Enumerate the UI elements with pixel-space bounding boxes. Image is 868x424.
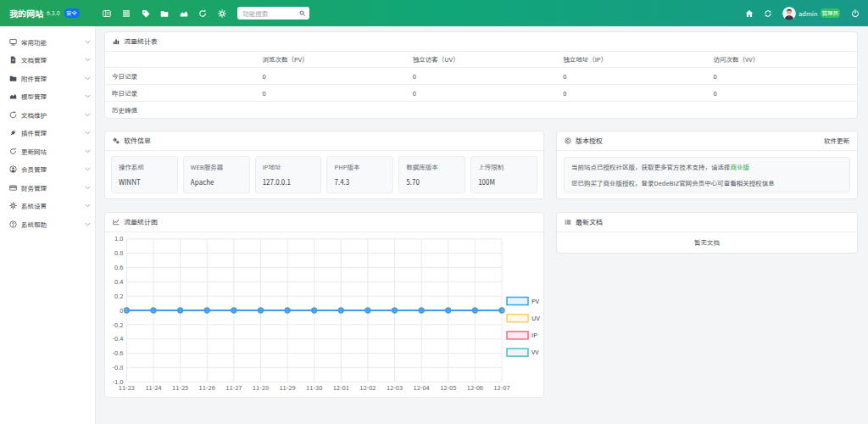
sidebar-item-0[interactable]: 常用功能 [0,33,95,52]
traffic-chart-title: 流量统计图 [124,217,158,227]
software-info-header: 软件信息 [105,131,543,151]
table-cell [707,102,857,119]
gear-icon [9,202,17,209]
chevron-down-icon [85,75,91,81]
table-cell [556,102,706,119]
sidebar-item-label: 系统帮助 [21,221,85,228]
power-icon[interactable] [851,9,860,18]
software-info-box: IP地址127.0.0.1 [255,156,322,193]
area-chart-icon [9,92,17,100]
monitor-icon [9,38,17,46]
home-icon[interactable] [745,9,754,18]
brand-version: 6.3.0 [47,10,60,16]
top-navbar: 我的网站 6.3.0 安全 admin 管理员 [0,0,868,26]
sidebar-item-7[interactable]: 会员管理 [0,160,95,179]
table-row: 历史峰值 [105,102,857,119]
power-icon [851,9,860,18]
sidebar-item-label: 文档管理 [21,57,85,64]
navbar-shortcut-icons [97,9,231,18]
brand[interactable]: 我的网站 6.3.0 安全 [9,8,80,18]
latest-docs-card: 最新文档 暂无文档 [556,212,858,254]
magnifier-icon[interactable] [299,10,305,16]
justify-icon[interactable] [122,9,131,18]
sidebar-item-10[interactable]: 系统帮助 [0,215,95,234]
refresh-icon [198,9,207,18]
svg-text:0.8: 0.8 [114,248,123,257]
software-info-value: 127.0.0.1 [263,178,314,187]
traffic-chart-header: 流量统计图 [105,213,543,232]
traffic-stats-header: 流量统计表 [105,32,857,52]
avatar[interactable] [782,7,796,20]
navbar-right: admin 管理员 [745,7,860,20]
table-cell: 0 [707,68,857,85]
license-title: 版本授权 [576,136,603,146]
svg-text:12-03: 12-03 [387,382,403,392]
safe-badge: 安全 [64,8,80,18]
tag-icon[interactable] [142,9,150,18]
sidebar-item-1[interactable]: 文档管理 [0,51,95,70]
arrow-circle-icon [9,111,17,119]
cogs-icon [113,137,120,144]
table-cell: 0 [406,68,556,85]
sidebar-item-8[interactable]: 财务管理 [0,179,95,198]
chevron-down-icon [85,185,91,191]
chevron-down-icon [85,39,91,45]
chevron-down-icon [85,166,91,172]
software-info-box: 操作系统WINNT [111,156,178,193]
sidebar-item-label: 财务管理 [21,185,85,192]
chevron-down-icon [85,185,91,191]
software-update-link[interactable]: 软件更新 [824,136,849,146]
gear-icon[interactable] [218,9,226,18]
traffic-stats-card: 流量统计表 浏览次数（PV）独立访客（UV）独立地址（IP）访问次数（VV） 今… [104,31,858,120]
question-circle-icon [9,220,17,228]
chevron-down-icon [85,166,91,172]
software-info-box: PHP版本7.4.3 [326,156,393,193]
chevron-down-icon [85,57,91,63]
sync-icon[interactable] [764,9,772,18]
sidebar-item-4[interactable]: 文档维护 [0,106,95,125]
software-info-box: WEB服务器Apache [183,156,250,193]
software-info-label: IP地址 [263,163,314,171]
gear-icon [9,202,17,209]
svg-text:0.6: 0.6 [114,262,123,271]
username[interactable]: admin [798,8,817,18]
svg-text:UV: UV [531,313,540,322]
table-header-row: 浏览次数（PV）独立访客（UV）独立地址（IP）访问次数（VV） [105,52,857,68]
table-cell [255,102,405,119]
sidebar-item-3[interactable]: 模型管理 [0,87,95,106]
svg-text:0.2: 0.2 [114,291,123,300]
table-row-label: 历史峰值 [105,102,255,119]
sidebar-item-5[interactable]: 插件管理 [0,124,95,142]
svg-text:VV: VV [531,347,539,356]
sidebar-item-9[interactable]: 系统设置 [0,197,95,215]
business-version-link[interactable]: 商业版 [731,162,750,171]
justify-icon [122,9,131,18]
sidebar: 常用功能 文档管理 附件管理 模型管理 文档维护 插件管理 更新网站 会员管理 … [0,26,96,424]
table-cell: 0 [556,85,706,102]
chevron-down-icon [85,130,91,136]
refresh-icon[interactable] [198,9,207,18]
table-cell: 0 [707,85,857,102]
avatar[interactable] [782,7,796,20]
credit-card-icon [9,184,17,192]
table-col-header: 浏览次数（PV） [255,52,405,68]
folder-icon[interactable] [160,9,169,18]
layout-sidebar-icon[interactable] [103,9,111,18]
area-chart-icon[interactable] [180,9,188,18]
software-info-label: 数据库版本 [406,163,458,171]
svg-text:12-06: 12-06 [467,382,483,392]
sidebar-item-6[interactable]: 更新网站 [0,142,95,161]
svg-text:1.0: 1.0 [114,233,123,243]
table-col-header: 访问次数（VV） [707,52,857,68]
main-content: 流量统计表 浏览次数（PV）独立访客（UV）独立地址（IP）访问次数（VV） 今… [96,26,868,424]
license-card: 版本授权软件更新 当前站点已授权社区版，获取更多官方技术支持，请选择商业版 您已… [556,131,858,199]
chevron-down-icon [85,148,91,154]
row-chart-docs: 流量统计图 1.00.80.60.40.20-0.2-0.4-0.6-0.8-1… [104,212,858,398]
chevron-down-icon [85,93,91,99]
sidebar-item-2[interactable]: 附件管理 [0,70,95,88]
chevron-down-icon [85,221,91,227]
search-input[interactable] [242,8,299,18]
svg-text:12-05: 12-05 [440,382,456,392]
user-circle-icon [9,165,17,173]
folder-icon [9,75,17,82]
